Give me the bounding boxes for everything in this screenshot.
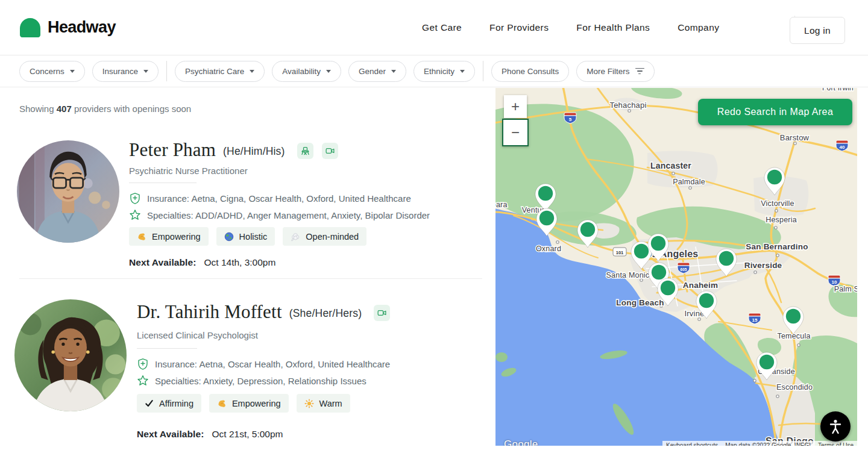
results-count-line: Showing 407 providers with openings soon (19, 104, 191, 114)
nav-for-health-plans[interactable]: For Health Plans (576, 22, 650, 33)
map-city-label: Barstow (780, 133, 810, 142)
map-city-label: Hesperia (766, 216, 797, 224)
filter-concerns[interactable]: Concerns (19, 61, 85, 82)
specialties-row: Specialties: Anxiety, Depression, Relati… (137, 375, 366, 387)
provider-name[interactable]: Peter Pham (129, 139, 216, 161)
provider-title: Licensed Clinical Psychologist (137, 330, 258, 340)
star-icon (137, 375, 149, 387)
nav-company[interactable]: Company (678, 22, 719, 33)
map-town-dot (698, 318, 700, 320)
filter-availability[interactable]: Availability (272, 61, 341, 82)
map-city-label: Palm Springs (834, 285, 857, 293)
accessibility-widget-button[interactable] (820, 411, 851, 441)
trait-badge: Empowering (209, 394, 289, 413)
star-icon (129, 209, 141, 221)
map-city-label: Fort Irwin (822, 88, 854, 92)
filter-gender[interactable]: Gender (348, 61, 406, 82)
results-count: 407 (57, 104, 72, 114)
map-town-dot (775, 226, 777, 229)
map-zoom-in-button[interactable]: + (504, 95, 527, 118)
bicep-icon (137, 232, 146, 242)
shield-plus-icon (129, 192, 141, 204)
highway-shield-icon: 101 (613, 248, 626, 256)
trait-badge: Holistic (216, 227, 275, 246)
redo-search-button[interactable]: Redo Search in Map Area (698, 99, 852, 125)
keyboard-shortcuts-link[interactable]: Keyboard shortcuts (662, 441, 722, 446)
map-island (495, 352, 508, 362)
map[interactable]: 5401016051510Fort IrwinTehachapiBarstowL… (495, 88, 857, 446)
chevron-down-icon (143, 70, 148, 73)
map-panel: 5401016051510Fort IrwinTehachapiBarstowL… (495, 88, 857, 446)
trait-badges: Affirming Empowering Warm (137, 394, 350, 413)
trait-badge: Affirming (137, 394, 201, 413)
results-panel[interactable]: Showing 407 providers with openings soon (0, 87, 486, 468)
card-divider (19, 278, 482, 279)
map-town-dot (776, 395, 779, 398)
sun-icon (304, 399, 314, 408)
map-town-dot (797, 344, 800, 346)
filter-ethnicity[interactable]: Ethnicity (414, 61, 475, 82)
chevron-down-icon (70, 70, 75, 73)
nav-for-providers[interactable]: For Providers (489, 22, 549, 33)
provider-name[interactable]: Dr. Tahirih Moffett (137, 301, 282, 323)
map-town-dot (753, 379, 756, 382)
filter-lines-icon (635, 68, 644, 75)
svg-text:15: 15 (752, 317, 758, 323)
headway-logo-icon (19, 17, 41, 37)
next-available: Next Available:Oct 14th, 3:00pm (129, 257, 275, 268)
filter-separator (483, 61, 483, 81)
divider (137, 348, 197, 349)
accessibility-person-icon (826, 417, 844, 435)
next-available: Next Available:Oct 21st, 5:00pm (137, 429, 283, 440)
map-town-dot (776, 254, 779, 257)
provider-photo[interactable] (17, 140, 119, 243)
check-icon (145, 399, 154, 408)
map-data-text: Map data ©2022 Google, INEGI (722, 441, 814, 446)
filter-more-filters[interactable]: More Filters (576, 61, 654, 82)
map-city-label: Santa Monica (606, 271, 654, 279)
chevron-down-icon (391, 70, 396, 73)
map-attribution: Keyboard shortcuts Map data ©2022 Google… (662, 441, 857, 446)
highway-shield-icon: 15 (749, 313, 761, 324)
nav-get-care[interactable]: Get Care (422, 22, 462, 33)
provider-photo[interactable] (14, 299, 127, 411)
map-town-dot (556, 241, 559, 243)
svg-text:40: 40 (840, 145, 845, 150)
main-nav: Get Care For Providers For Health Plans … (422, 0, 719, 55)
map-town-dot (794, 142, 796, 145)
google-logo[interactable]: Google (504, 438, 538, 446)
highway-shield-icon: 5 (564, 113, 576, 123)
headway-logo[interactable]: Headway (19, 17, 116, 37)
highway-shield-icon: 40 (836, 140, 848, 151)
video-session-icon (322, 143, 338, 159)
provider-title: Psychiatric Nurse Practitioner (129, 166, 248, 176)
provider-pronouns: (He/Him/His) (223, 145, 285, 158)
svg-text:5: 5 (569, 117, 572, 122)
trait-badge: Empowering (129, 227, 209, 246)
map-city-label: Riverside (744, 261, 782, 270)
map-city-label: Long Beach (616, 298, 664, 307)
shield-plus-icon (137, 358, 149, 370)
terms-of-use-link[interactable]: Terms of Use (814, 441, 857, 446)
map-city-label: San Bernardino (746, 242, 808, 251)
trait-badges: Empowering Holistic Open-minded (129, 227, 366, 246)
thought-balloon-icon (291, 232, 300, 242)
map-town-dot (689, 187, 691, 189)
filter-phone-consults[interactable]: Phone Consults (491, 61, 569, 82)
video-session-icon (374, 305, 390, 321)
bicep-icon (217, 399, 227, 408)
svg-text:10: 10 (832, 279, 837, 285)
filter-insurance[interactable]: Insurance (92, 61, 159, 82)
in-person-icon (297, 143, 313, 159)
filter-psychiatric-care[interactable]: Psychiatric Care (175, 61, 265, 82)
login-button[interactable]: Log in (790, 17, 845, 44)
chevron-down-icon (326, 70, 331, 73)
map-zoom-out-button[interactable]: − (502, 119, 529, 146)
map-town-dot (628, 110, 631, 112)
filter-bar: Concerns Insurance Psychiatric Care Avai… (0, 55, 868, 87)
logo-text: Headway (48, 18, 116, 37)
highway-shield-icon: 605 (678, 263, 690, 273)
map-city-label: Victorville (761, 199, 794, 208)
map-town-dot (754, 271, 756, 273)
svg-text:605: 605 (681, 267, 687, 272)
